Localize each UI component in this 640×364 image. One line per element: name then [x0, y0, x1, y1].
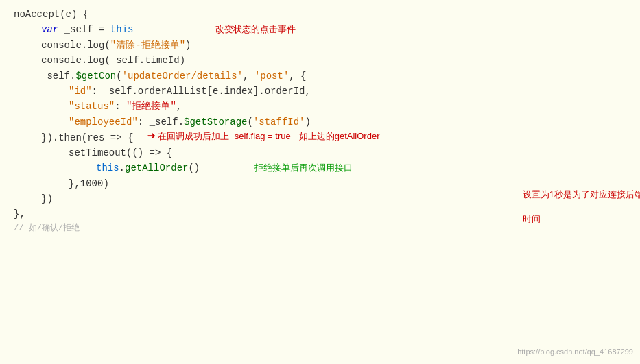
- code-string-red: "拒绝接单": [126, 99, 176, 114]
- code-text: console.log(_self.timeId): [41, 53, 185, 68]
- code-string: "id": [69, 84, 92, 99]
- code-string: 'post': [254, 69, 289, 84]
- code-method: getAllOrder: [125, 160, 188, 175]
- code-text: :: [115, 99, 126, 114]
- code-text: , {: [289, 69, 306, 84]
- code-text: : _self.orderAllList[e.index].orderId,: [92, 84, 311, 99]
- code-text: (: [116, 69, 121, 84]
- keyword-this: this: [110, 22, 134, 37]
- keyword-this: this: [96, 160, 119, 175]
- code-text: ,: [176, 99, 182, 114]
- annotation-like-getallorder: 如上边的getAllOrder: [299, 130, 380, 144]
- code-line-11: this.getAllOrder() 拒绝接单后再次调用接口: [14, 160, 626, 175]
- code-block: noAccept(e) { var _self = this 改变状态的点击事件…: [0, 0, 640, 242]
- code-text: (): [188, 160, 200, 175]
- code-text: : _self.: [138, 114, 184, 130]
- annotation-call-again: 拒绝接单后再次调用接口: [254, 161, 353, 175]
- code-line-6: "id": _self.orderAllList[e.index].orderI…: [14, 84, 626, 99]
- arrow-icon: ➜: [147, 130, 155, 144]
- code-text: ): [185, 38, 191, 53]
- code-line-7: "status": "拒绝接单",: [14, 99, 626, 114]
- code-text: _self =: [58, 22, 110, 37]
- code-string: "employeeId": [69, 114, 138, 130]
- code-string: 'updateOrder/details': [122, 69, 243, 84]
- annotation-after-success: 在回调成功后加上_self.flag = true: [158, 130, 290, 144]
- code-line-12: },1000) 设置为1秒是为了对应连接后端数据的 时间: [14, 176, 626, 191]
- code-text: ): [305, 114, 311, 130]
- code-line-4: console.log(_self.timeId): [14, 53, 626, 68]
- code-text: _self.: [41, 69, 75, 84]
- code-text: ,: [243, 69, 254, 84]
- code-line-10: setTimeout(() => {: [14, 145, 626, 160]
- code-line-8: "employeeId": _self.$getStorage('staffId…: [14, 114, 626, 130]
- code-string: "清除-拒绝接单": [110, 38, 185, 53]
- annotation-set1sec: 设置为1秒是为了对应连接后端数据的 时间: [508, 176, 640, 239]
- code-text: },: [14, 206, 25, 221]
- code-text: setTimeout(() => {: [69, 145, 172, 160]
- keyword-var: var: [41, 22, 58, 37]
- url-label: https://blog.csdn.net/qq_41687299: [517, 346, 633, 359]
- code-text: noAccept(e) {: [14, 7, 88, 22]
- code-line-1: noAccept(e) {: [14, 7, 626, 22]
- code-text: (: [247, 114, 252, 130]
- code-text: },1000): [69, 176, 109, 191]
- code-line-2: var _self = this 改变状态的点击事件: [14, 22, 626, 37]
- code-line-3: console.log("清除-拒绝接单"): [14, 38, 626, 53]
- code-line-5: _self.$getCon('updateOrder/details', 'po…: [14, 69, 626, 84]
- code-method: $getStorage: [184, 114, 247, 130]
- code-string: 'staffId': [253, 114, 305, 130]
- annotation-after-success-container: ➜ 在回调成功后加上_self.flag = true 如上边的getAllOr…: [147, 130, 379, 144]
- code-text: }).then(res => {: [41, 130, 133, 145]
- code-text: }): [41, 191, 53, 206]
- annotation-change-state: 改变状态的点击事件: [215, 23, 296, 37]
- code-text: .: [119, 160, 125, 175]
- code-string: "status": [69, 99, 115, 114]
- code-text: // 如/确认/拒绝: [14, 222, 80, 235]
- code-method: $getCon: [75, 69, 116, 84]
- code-line-9: }).then(res => { ➜ 在回调成功后加上_self.flag = …: [14, 130, 626, 145]
- code-text: console.log(: [41, 38, 110, 53]
